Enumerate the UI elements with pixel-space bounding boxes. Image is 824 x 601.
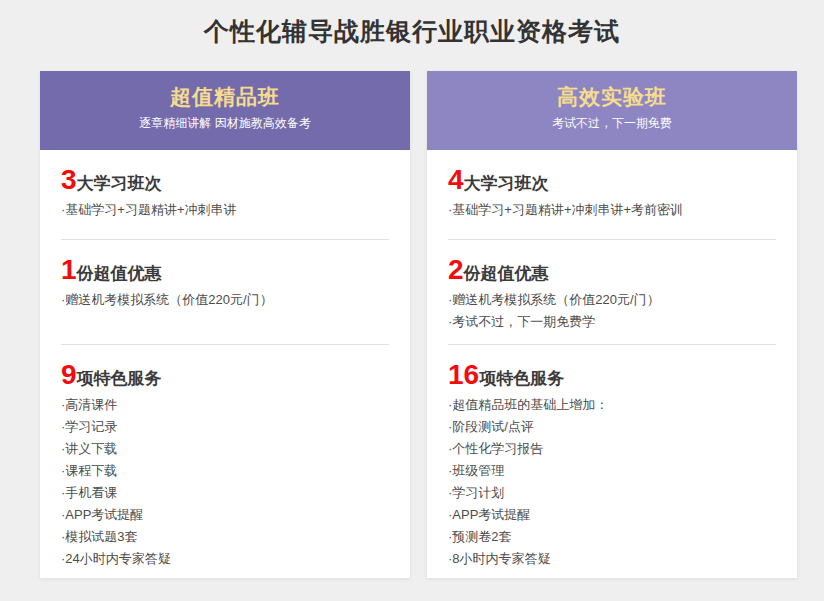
- section-title: 大学习班次: [77, 174, 162, 193]
- card-premium-subtitle: 逐章精细讲解 因材施教高效备考: [40, 115, 410, 132]
- list-item: ·学习记录: [61, 416, 389, 438]
- list-item: ·APP考试提醒: [448, 504, 776, 526]
- list-item: ·APP考试提醒: [61, 504, 389, 526]
- experimental-section-services: 16项特色服务 ·超值精品班的基础上增加： ·阶段测试/点评 ·个性化学习报告 …: [448, 345, 776, 578]
- list-item: ·个性化学习报告: [448, 438, 776, 460]
- page-title: 个性化辅导战胜银行业职业资格考试: [0, 0, 824, 48]
- list-item: ·预测卷2套: [448, 526, 776, 548]
- card-experimental: 高效实验班 考试不过，下一期免费 4大学习班次 ·基础学习+习题精讲+冲刺串讲+…: [427, 71, 797, 578]
- section-count: 4: [448, 164, 464, 195]
- section-heading: 4大学习班次: [448, 165, 776, 199]
- section-count: 9: [61, 359, 77, 390]
- list-item: ·班级管理: [448, 460, 776, 482]
- list-item: ·手机看课: [61, 482, 389, 504]
- section-title: 份超值优惠: [464, 264, 549, 283]
- section-title: 大学习班次: [464, 174, 549, 193]
- premium-section-discount: 1份超值优惠 ·赠送机考模拟系统（价值220元/门）: [61, 240, 389, 345]
- section-heading: 3大学习班次: [61, 165, 389, 199]
- premium-section-classes: 3大学习班次 ·基础学习+习题精讲+冲刺串讲: [61, 150, 389, 240]
- section-title: 项特色服务: [479, 369, 564, 388]
- list-item: ·赠送机考模拟系统（价值220元/门）: [448, 289, 776, 311]
- list-item: ·8小时内专家答疑: [448, 548, 776, 570]
- list-item: ·基础学习+习题精讲+冲刺串讲: [61, 199, 389, 221]
- list-item: ·赠送机考模拟系统（价值220元/门）: [61, 289, 389, 311]
- card-experimental-subtitle: 考试不过，下一期免费: [427, 115, 797, 132]
- list-item: ·超值精品班的基础上增加：: [448, 394, 776, 416]
- card-premium-title: 超值精品班: [40, 82, 410, 112]
- section-title: 份超值优惠: [77, 264, 162, 283]
- section-heading: 9项特色服务: [61, 360, 389, 394]
- list-item: ·模拟试题3套: [61, 526, 389, 548]
- section-heading: 16项特色服务: [448, 360, 776, 394]
- list-item: ·讲义下载: [61, 438, 389, 460]
- card-experimental-title: 高效实验班: [427, 82, 797, 112]
- list-item: ·高清课件: [61, 394, 389, 416]
- section-count: 1: [61, 254, 77, 285]
- card-premium: 超值精品班 逐章精细讲解 因材施教高效备考 3大学习班次 ·基础学习+习题精讲+…: [40, 71, 410, 578]
- card-experimental-header: 高效实验班 考试不过，下一期免费: [427, 71, 797, 150]
- card-experimental-body: 4大学习班次 ·基础学习+习题精讲+冲刺串讲+考前密训 2份超值优惠 ·赠送机考…: [427, 150, 797, 578]
- card-premium-header: 超值精品班 逐章精细讲解 因材施教高效备考: [40, 71, 410, 150]
- section-count: 2: [448, 254, 464, 285]
- section-heading: 2份超值优惠: [448, 255, 776, 289]
- page: 个性化辅导战胜银行业职业资格考试 超值精品班 逐章精细讲解 因材施教高效备考 3…: [0, 0, 824, 601]
- cards-row: 超值精品班 逐章精细讲解 因材施教高效备考 3大学习班次 ·基础学习+习题精讲+…: [40, 71, 797, 578]
- list-item: ·学习计划: [448, 482, 776, 504]
- card-premium-body: 3大学习班次 ·基础学习+习题精讲+冲刺串讲 1份超值优惠 ·赠送机考模拟系统（…: [40, 150, 410, 578]
- section-heading: 1份超值优惠: [61, 255, 389, 289]
- section-count: 3: [61, 164, 77, 195]
- experimental-section-classes: 4大学习班次 ·基础学习+习题精讲+冲刺串讲+考前密训: [448, 150, 776, 240]
- list-item: ·24小时内专家答疑: [61, 548, 389, 570]
- list-item: ·基础学习+习题精讲+冲刺串讲+考前密训: [448, 199, 776, 221]
- premium-section-services: 9项特色服务 ·高清课件 ·学习记录 ·讲义下载 ·课程下载 ·手机看课 ·AP…: [61, 345, 389, 578]
- list-item: ·阶段测试/点评: [448, 416, 776, 438]
- section-title: 项特色服务: [77, 369, 162, 388]
- section-count: 16: [448, 359, 479, 390]
- experimental-section-discount: 2份超值优惠 ·赠送机考模拟系统（价值220元/门） ·考试不过，下一期免费学: [448, 240, 776, 345]
- list-item: ·课程下载: [61, 460, 389, 482]
- list-item: ·考试不过，下一期免费学: [448, 311, 776, 333]
